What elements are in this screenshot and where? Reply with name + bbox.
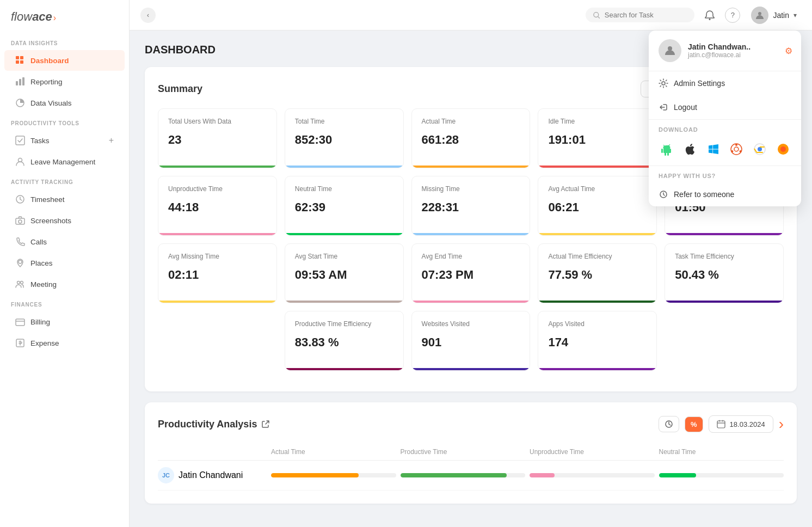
metric-card-total-users: Total Users With Data 23 [158,108,277,168]
section-activity-tracking: ACTIVITY TRACKING Timesheet Screenshots … [0,173,129,295]
sidebar-toggle-button[interactable]: ‹ [140,8,156,23]
svg-rect-8 [16,136,24,145]
svg-point-24 [668,46,672,51]
svg-point-25 [662,82,665,85]
metric-label: Websites Visited [422,320,520,328]
refer-label: Refer to someone [674,190,734,199]
expense-icon [15,338,25,348]
sidebar-item-label: Expense [30,339,59,347]
user-cell: JC Jatin Chandwani [158,467,267,483]
sidebar-item-label: Places [30,259,53,267]
percent-btn[interactable]: % [685,416,703,432]
sidebar-item-label: Calls [30,238,47,246]
sidebar-item-calls[interactable]: Calls [4,231,125,252]
sidebar-item-label: Data Visuals [30,99,72,107]
metric-bar [285,166,403,168]
metric-card-avg-start: Avg Start Time 09:53 AM [285,243,404,303]
metric-bar [412,301,530,303]
svg-rect-2 [16,60,19,64]
chrome-download-icon[interactable] [752,140,768,158]
sidebar-item-screenshots[interactable]: Screenshots [4,210,125,231]
user-name-label: Jatin [773,11,789,20]
camera-icon [15,216,25,225]
metric-bar [538,233,656,235]
settings-gear-icon[interactable]: ⚙ [785,46,792,56]
svg-rect-4 [16,81,18,85]
user-icon [15,157,25,167]
metric-card-productive-efficiency: Productive Time Efficiency 83.83 % [285,311,404,371]
ubuntu-download-icon[interactable] [728,140,745,158]
metric-card-actual-efficiency: Actual Time Efficiency 77.59 % [538,243,657,303]
sidebar-item-timesheet[interactable]: Timesheet [4,189,125,210]
search-box[interactable] [586,8,694,22]
sidebar-item-data-visuals[interactable]: Data Visuals [4,93,125,113]
productivity-analysis-card: Productivity Analysis % 18.03.2024 › [145,402,797,504]
metric-value: 44:18 [168,200,267,215]
sidebar-item-billing[interactable]: Billing [4,311,125,332]
svg-rect-0 [16,56,19,59]
metric-value: 23 [168,133,267,147]
android-download-icon[interactable] [659,140,675,158]
metric-card-websites-visited: Websites Visited 901 [411,311,531,371]
windows-download-icon[interactable] [705,140,722,158]
flowace-accent-icon: › [779,416,784,432]
apple-download-icon[interactable] [682,140,699,158]
popup-user-email: jatin.c@flowace.ai [688,51,751,59]
search-input[interactable] [605,11,687,19]
admin-settings-button[interactable]: Admin Settings [649,71,801,95]
metric-label: Productive Time Efficiency [295,320,393,328]
metric-value: 50.43 % [675,268,773,282]
logout-button[interactable]: Logout [649,95,801,119]
grid-icon [15,56,25,65]
svg-point-19 [709,19,711,20]
metric-value: 62:39 [295,200,393,215]
metric-bar [285,301,403,303]
analysis-date-button[interactable]: 18.03.2024 [709,415,773,433]
check-square-icon [15,136,25,145]
metric-value: 02:11 [168,268,267,282]
phone-icon [15,237,25,247]
metric-value: 901 [422,335,520,350]
metric-value: 852:30 [295,133,393,147]
user-initials: JC [158,467,174,483]
sidebar-item-expense[interactable]: Expense [4,333,125,353]
external-link-icon[interactable] [261,420,270,428]
sidebar-item-places[interactable]: Places [4,253,125,273]
help-button[interactable]: ? [725,8,740,23]
metric-value: 174 [548,335,647,350]
refer-icon [659,189,668,199]
logo: flowace› [0,0,129,34]
firefox-download-icon[interactable] [774,140,791,158]
sidebar-item-label: Screenshots [30,217,71,225]
metric-bar [412,166,530,168]
refer-button[interactable]: Refer to someone [649,182,801,206]
popup-user-name: Jatin Chandwan.. [688,42,751,51]
svg-point-14 [17,281,20,284]
metric-value: 06:21 [548,200,647,215]
sidebar-item-dashboard[interactable]: Dashboard [4,50,125,71]
sidebar-item-reporting[interactable]: Reporting [4,71,125,92]
metric-value: 77.59 % [548,268,647,282]
col-header-user [158,448,267,456]
metric-card-apps-visited: Apps Visited 174 [538,311,657,371]
section-productivity-tools: PRODUCTIVITY TOOLS Tasks + Leave Managem… [0,114,129,173]
metric-bar [158,233,276,235]
clock-icon-btn[interactable] [659,416,679,432]
section-finances: FINANCES Billing Expense [0,295,129,354]
user-menu-button[interactable]: Jatin ▾ [747,4,801,26]
bar-chart-icon [15,77,25,87]
section-label-finances: FINANCES [0,295,129,311]
actual-time-cell [271,473,396,477]
sidebar-item-meeting[interactable]: Meeting [4,274,125,295]
plus-icon[interactable]: + [109,136,114,145]
admin-settings-label: Admin Settings [674,79,725,88]
svg-point-20 [758,12,761,15]
sidebar-item-leave-management[interactable]: Leave Management [4,151,125,172]
popup-user-info: Jatin Chandwan.. jatin.c@flowace.ai [688,42,751,59]
sidebar-item-label: Dashboard [30,57,69,65]
sidebar-item-tasks[interactable]: Tasks + [4,130,125,151]
svg-rect-6 [22,77,24,85]
metric-label: Task Time Efficiency [675,253,773,260]
notification-bell-button[interactable] [701,7,718,24]
metric-value: 191:01 [548,133,647,147]
